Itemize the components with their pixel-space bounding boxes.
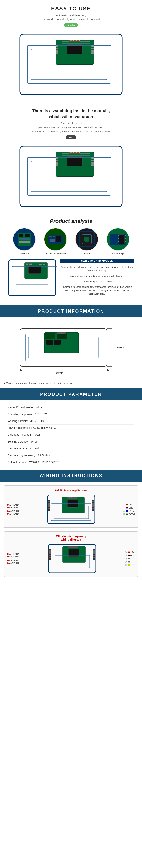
- param-row-9: Output Interface：WG26/34, RS232 OR TTL: [8, 459, 134, 466]
- card-svg-1: [18, 32, 124, 97]
- svg-rect-134: [49, 555, 51, 556]
- analysis-circle-frame: [75, 228, 98, 251]
- card-image-1: [4, 32, 138, 97]
- svg-point-127: [73, 497, 73, 498]
- svg-rect-133: [49, 552, 51, 554]
- analysis-items-container: interface Industrial grade original: [4, 228, 138, 255]
- section-wiring: WG26/34 wiring diagram ANTENNA ANTENNA A…: [0, 482, 142, 585]
- svg-rect-31: [56, 160, 58, 161]
- analysis-circle-smartchip: [107, 228, 129, 251]
- svg-rect-50: [49, 236, 52, 238]
- svg-rect-112: [48, 501, 50, 502]
- dimension-svg: 65mm 40mm: [14, 325, 128, 374]
- svg-rect-93: [54, 340, 61, 345]
- svg-rect-87: [30, 262, 32, 264]
- svg-rect-35: [92, 160, 94, 161]
- svg-rect-46: [19, 238, 30, 240]
- analysis-item-interface: interface: [10, 228, 38, 255]
- svg-rect-86: [28, 262, 29, 264]
- svg-rect-51: [52, 236, 56, 238]
- param-row-1: Name: IC card reader module: [8, 404, 134, 411]
- wg-center-board: [21, 494, 121, 525]
- param-row-2: Operating temperature:0°C~45°C: [8, 411, 134, 418]
- wg-right-labels: ① +5V ② GND ③ DATA0 ④ DATA1: [123, 503, 135, 516]
- analysis-item-smartchip: Smart chip: [104, 228, 132, 255]
- wg-right-gnd: ② GND: [123, 506, 135, 509]
- svg-rect-78: [43, 264, 45, 266]
- svg-rect-118: [92, 503, 94, 504]
- section-dimensions: 65mm 40mm ■ Manual measurement, please u…: [0, 317, 142, 388]
- wg-title: WG26/34 wiring diagram: [7, 489, 135, 492]
- svg-rect-140: [93, 557, 95, 558]
- param-row-6: Sensing distance：3~7cm: [8, 438, 134, 445]
- analysis-item-industrial: Industrial grade original: [41, 228, 70, 255]
- svg-point-147: [74, 547, 74, 548]
- ttl-diagram: TTL electric frequencywiring diagram ANT…: [4, 531, 138, 577]
- wg-left-ant3: ANTENNA: [7, 510, 19, 513]
- svg-rect-92: [46, 340, 53, 345]
- svg-rect-124: [67, 497, 77, 498]
- ttl-left-ant4: ANTENNA: [7, 562, 19, 564]
- card-svg-2: [18, 144, 124, 209]
- svg-rect-138: [93, 552, 95, 554]
- svg-rect-14: [92, 48, 94, 49]
- wg-inner: ANTENNA ANTENNA ANTENNA ANTENNA: [7, 494, 135, 525]
- param-row-8: Card reading frequency：13.56MHz: [8, 452, 134, 459]
- param-row-4: Power requirements: 4.7-5V below 40mA: [8, 425, 134, 431]
- svg-rect-12: [56, 52, 58, 54]
- svg-rect-37: [92, 164, 94, 166]
- svg-rect-76: [29, 264, 32, 266]
- section-param-header: PRODUCT PARAMETER: [0, 388, 142, 400]
- svg-rect-32: [56, 162, 58, 163]
- ttl-right-5v: ① +5V: [125, 551, 135, 554]
- wg-left-ant4: ANTENNA: [7, 513, 19, 515]
- swipe-card-svg: [8, 259, 57, 297]
- ttl-right-3: ③: [125, 557, 135, 560]
- svg-point-99: [63, 333, 64, 334]
- svg-rect-45: [25, 234, 30, 237]
- svg-point-148: [76, 547, 76, 548]
- svg-point-19: [73, 40, 74, 41]
- swipe-info-title: SWIPE IC CARD MODULE: [60, 259, 134, 263]
- section-wiring-header: WIRING INSTRUCTIONS: [0, 469, 142, 482]
- swipe-card-image: [8, 259, 57, 298]
- analysis-circle-industrial: [44, 228, 67, 251]
- svg-point-41: [76, 152, 77, 153]
- back-badge: back: [66, 135, 76, 139]
- ttl-title: TTL electric frequencywiring diagram: [7, 535, 135, 541]
- ttl-left-ant2: ANTENNA: [7, 556, 19, 558]
- ttl-right-tx: ⑤ TX: [125, 564, 135, 566]
- svg-text:65mm: 65mm: [56, 371, 63, 374]
- easy-desc1: Automatic card detection,: [4, 13, 138, 18]
- ttl-left-ant3: ANTENNA: [7, 559, 19, 562]
- svg-text:40mm: 40mm: [116, 346, 124, 349]
- analysis-label-interface: interface: [20, 252, 29, 255]
- wg-right-data0: ③ DATA0: [123, 510, 135, 512]
- svg-rect-58: [84, 237, 89, 242]
- dimension-note: ■ Manual measurement, please understand …: [4, 382, 73, 384]
- watchdog-line1: According to needs: [4, 121, 138, 125]
- section-watchdog: There is a watchdog inside the module,wh…: [0, 102, 142, 212]
- wg-left-ant2: ANTENNA: [7, 506, 19, 508]
- ttl-right-4: ④: [125, 561, 135, 563]
- section-params: Name: IC card reader module Operating te…: [0, 400, 142, 470]
- watchdog-line2: you can choose uart or wg interface to c…: [4, 125, 138, 129]
- svg-point-42: [79, 152, 80, 153]
- swipe-info-item-3: Card reading distance: 3~7cm: [60, 279, 134, 284]
- svg-rect-52: [57, 236, 61, 242]
- analysis-item-frame: frame: [73, 228, 101, 255]
- section-analysis: Product analysis interface: [0, 212, 142, 305]
- svg-rect-113: [48, 503, 50, 504]
- svg-point-98: [61, 333, 62, 334]
- ttl-left-ant1: ANTENNA: [7, 553, 19, 555]
- svg-point-40: [73, 152, 74, 153]
- svg-point-39: [70, 152, 72, 153]
- svg-rect-33: [56, 164, 58, 166]
- svg-rect-77: [39, 264, 42, 266]
- wg-diagram: WG26/34 wiring diagram ANTENNA ANTENNA A…: [4, 486, 138, 528]
- svg-rect-85: [25, 262, 27, 264]
- svg-rect-34: [92, 157, 94, 159]
- svg-rect-120: [92, 507, 94, 509]
- wg-right-5v: ① +5V: [123, 503, 135, 506]
- svg-rect-15: [92, 50, 94, 52]
